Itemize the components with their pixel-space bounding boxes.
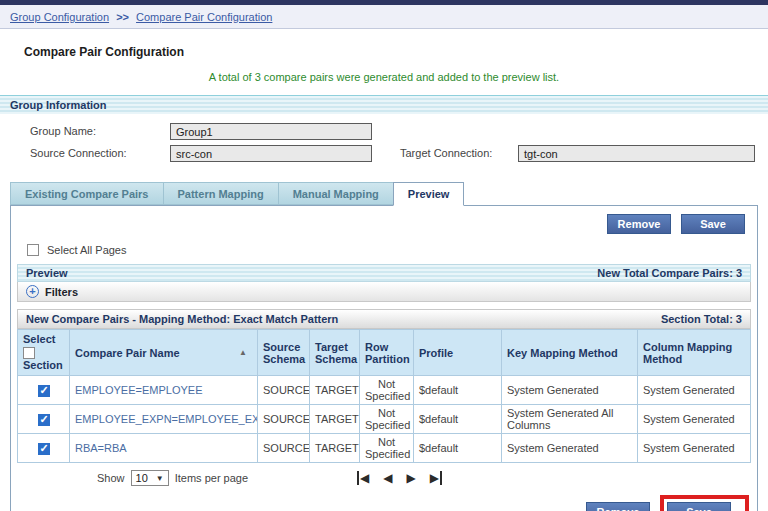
breadcrumb-link-compare-pair-configuration[interactable]: Compare Pair Configuration [136,11,272,23]
items-per-page-value: 10 [136,472,148,484]
preview-section-title: Preview [26,267,68,279]
profile-cell: $default [414,405,502,434]
source-schema-cell: SOURCE [258,405,310,434]
column-header-profile: Profile [414,330,502,376]
compare-pair-name-header-text: Compare Pair Name [75,347,180,359]
row-partition-cell: Not Specified [360,405,414,434]
compare-pairs-table: Select Section Compare Pair Name ▲ Sourc… [17,329,751,463]
target-connection-label: Target Connection: [400,147,518,159]
section-header-text: Section [23,359,64,372]
column-header-target-schema: Target Schema [310,330,360,376]
target-schema-cell: TARGET [310,405,360,434]
save-button-bottom[interactable]: Save [667,502,731,511]
row-checkbox[interactable] [38,443,50,455]
column-header-row-partition: Row Partition [360,330,414,376]
profile-cell: $default [414,376,502,405]
source-schema-cell: SOURCE [258,434,310,463]
breadcrumb-separator: >> [116,11,129,23]
select-all-pages-label: Select All Pages [47,244,127,256]
preview-tab-panel: Remove Save Select All Pages Preview New… [10,205,758,511]
source-connection-label: Source Connection: [30,147,170,159]
new-total-compare-pairs: New Total Compare Pairs: 3 [597,267,742,279]
top-toolbar: Remove Save [17,214,751,234]
compare-pairs-section-header: New Compare Pairs - Mapping Method: Exac… [17,309,751,329]
source-schema-cell: SOURCE [258,376,310,405]
sort-ascending-icon[interactable]: ▲ [239,348,247,357]
save-button-top[interactable]: Save [681,214,745,234]
source-connection-field[interactable]: src-con [170,145,372,162]
items-per-page-select[interactable]: 10 ▼ [131,470,169,486]
tab-existing-compare-pairs[interactable]: Existing Compare Pairs [10,182,163,205]
column-header-key-mapping-method: Key Mapping Method [502,330,638,376]
group-information-fields: Group Name: Group1 Source Connection: sr… [0,114,768,168]
breadcrumb-link-group-configuration[interactable]: Group Configuration [10,11,109,23]
pagination-bar: Show 10 ▼ Items per page ◀ ◀ ▶ ▶ [17,468,751,488]
mapping-method-title: New Compare Pairs - Mapping Method: Exac… [26,313,338,325]
target-schema-cell: TARGET [310,434,360,463]
table-row: EMPLOYEE_EXPN=EMPLOYEE_EXPN SOURCE TARGE… [18,405,751,434]
first-page-icon[interactable]: ◀ [357,471,369,485]
previous-page-icon[interactable]: ◀ [383,471,392,485]
expand-plus-icon[interactable]: + [26,285,39,298]
red-highlight-annotation: Save [660,495,749,511]
row-partition-cell: Not Specified [360,376,414,405]
tab-pattern-mapping[interactable]: Pattern Mapping [163,182,278,205]
profile-cell: $default [414,434,502,463]
show-label: Show [97,472,125,484]
row-checkbox[interactable] [38,385,50,397]
tab-manual-mapping[interactable]: Manual Mapping [278,182,393,205]
breadcrumb: Group Configuration >> Compare Pair Conf… [0,5,768,29]
key-mapping-cell: System Generated [502,434,638,463]
row-checkbox[interactable] [38,414,50,426]
column-header-column-mapping-method: Column Mapping Method [638,330,751,376]
select-all-rows-checkbox[interactable] [23,347,35,359]
items-per-page-label: Items per page [175,472,248,484]
key-mapping-cell: System Generated All Columns [502,405,638,434]
column-header-compare-pair-name[interactable]: Compare Pair Name ▲ [70,330,258,376]
tab-preview[interactable]: Preview [393,182,465,206]
column-mapping-cell: System Generated [638,434,751,463]
group-information-header: Group Information [0,95,768,114]
compare-pair-name-cell[interactable]: EMPLOYEE=EMPLOYEE [70,376,258,405]
compare-pair-name-cell[interactable]: RBA=RBA [70,434,258,463]
column-mapping-cell: System Generated [638,376,751,405]
last-page-icon[interactable]: ▶ [430,471,442,485]
status-message: A total of 3 compare pairs were generate… [0,71,768,83]
column-header-select-section: Select Section [18,330,70,376]
chevron-down-icon: ▼ [156,474,164,483]
page-title: Compare Pair Configuration [24,45,768,59]
filters-bar[interactable]: + Filters [17,282,751,302]
compare-pair-name-cell[interactable]: EMPLOYEE_EXPN=EMPLOYEE_EXPN [70,405,258,434]
select-header-text: Select [23,333,64,346]
key-mapping-cell: System Generated [502,376,638,405]
next-page-icon[interactable]: ▶ [406,471,415,485]
table-row: RBA=RBA SOURCE TARGET Not Specified $def… [18,434,751,463]
table-row: EMPLOYEE=EMPLOYEE SOURCE TARGET Not Spec… [18,376,751,405]
select-all-pages-checkbox[interactable] [27,244,39,256]
section-total: Section Total: 3 [661,313,742,325]
remove-button-top[interactable]: Remove [607,214,671,234]
table-header-row: Select Section Compare Pair Name ▲ Sourc… [18,330,751,376]
tab-bar: Existing Compare Pairs Pattern Mapping M… [10,182,768,205]
bottom-toolbar: Remove Save [17,502,751,511]
column-mapping-cell: System Generated [638,405,751,434]
remove-button-bottom[interactable]: Remove [586,502,650,511]
target-connection-field[interactable]: tgt-con [518,145,755,162]
group-name-label: Group Name: [30,125,170,137]
row-partition-cell: Not Specified [360,434,414,463]
group-name-field[interactable]: Group1 [170,123,372,140]
preview-section-header: Preview New Total Compare Pairs: 3 [17,264,751,282]
target-schema-cell: TARGET [310,376,360,405]
filters-label: Filters [45,286,78,298]
column-header-source-schema: Source Schema [258,330,310,376]
